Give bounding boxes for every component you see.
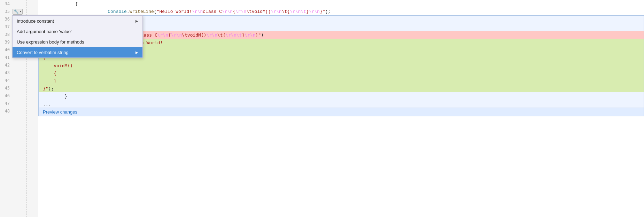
code-console-35: Console	[108, 9, 127, 14]
code-str2-35: class C	[203, 9, 222, 14]
code-str1-35: "Hello World!	[157, 9, 192, 14]
line-num-46: 46	[0, 93, 12, 98]
code-esc4-35: \r\n	[271, 9, 281, 14]
code-line-35: Console.WriteLine("Hello World!\r\nclass…	[38, 8, 644, 15]
line-num-41: 41	[0, 55, 12, 60]
menu-item-add-argument-name-label: Add argument name 'value'	[17, 29, 71, 34]
line-row-47: 47	[0, 100, 38, 107]
preview-changes-bar[interactable]: Preview changes	[39, 108, 644, 116]
line-gutter: 34 35 🔧 ▾ 36 37 38 39 40 41 42 43 44 45 …	[0, 0, 38, 217]
code-esc2-35: \r\n	[222, 9, 233, 14]
diff-context-close-brace: }	[39, 92, 644, 100]
submenu-arrow-introduce-constant: ▶	[135, 19, 138, 23]
line-num-44: 44	[0, 78, 12, 83]
submenu-arrow-convert-verbatim: ▶	[135, 51, 138, 54]
diff-line-added-inner-close: }	[39, 77, 644, 85]
line-row-34: 34	[0, 0, 38, 8]
code-esc5-35: \r\n\t	[290, 9, 306, 14]
line-num-35: 35	[0, 9, 12, 14]
diff-close-brace: }	[43, 94, 67, 99]
line-num-45: 45	[0, 86, 12, 91]
code-esc6-35: \r\n	[309, 9, 320, 14]
lightbulb-button[interactable]: 🔧 ▾	[13, 9, 23, 15]
preview-changes-label: Preview changes	[43, 109, 77, 115]
line-num-40: 40	[0, 47, 12, 52]
diff-inner-close-content: }	[43, 78, 56, 84]
code-str3-35: {	[233, 9, 235, 14]
line-row-44: 44	[0, 77, 38, 84]
diff-ellipsis-after: ...	[43, 101, 51, 107]
diff-inner-brace-content: {	[43, 71, 56, 76]
menu-item-use-expression-body[interactable]: Use expression body for methods	[13, 37, 142, 47]
menu-item-convert-to-verbatim[interactable]: Convert to verbatim string ▶	[13, 47, 142, 57]
line-num-39: 39	[0, 40, 12, 45]
code-dot-35: .	[127, 9, 130, 14]
diff-line-added-inner-brace: {	[39, 69, 644, 77]
code-esc3-35: \r\n	[235, 9, 246, 14]
line-num-36: 36	[0, 17, 12, 22]
menu-item-convert-to-verbatim-label: Convert to verbatim string	[17, 50, 69, 55]
code-str6-35: }	[306, 9, 309, 14]
code-close-35: );	[325, 9, 331, 14]
editor-container: 34 35 🔧 ▾ 36 37 38 39 40 41 42 43 44 45 …	[0, 0, 644, 217]
line-num-48: 48	[0, 109, 12, 114]
line-row-42: 42	[0, 61, 38, 69]
menu-item-add-argument-name[interactable]: Add argument name 'value'	[13, 26, 142, 37]
line-row-45: 45	[0, 84, 38, 92]
diff-close-content: }"	[43, 86, 48, 91]
line-num-47: 47	[0, 101, 12, 106]
line-row-46: 46	[0, 92, 38, 100]
menu-item-introduce-constant-label: Introduce constant	[17, 18, 54, 24]
line-row-43: 43	[0, 69, 38, 77]
code-str4-35: \tvoidM()	[246, 9, 271, 14]
screwdriver-icon: 🔧	[14, 9, 19, 14]
diff-context-after: ...	[39, 100, 644, 108]
line-row-48: 48	[0, 107, 38, 115]
line-num-38: 38	[0, 32, 12, 37]
line-row-35: 35 🔧 ▾	[0, 8, 38, 15]
line-num-37: 37	[0, 24, 12, 29]
diff-line-added-close: }");	[39, 85, 644, 92]
code-writeline-35: WriteLine	[130, 9, 154, 14]
code-indent-35	[64, 9, 108, 14]
code-esc1-35: \r\n	[192, 9, 203, 14]
menu-item-use-expression-body-label: Use expression body for methods	[17, 39, 84, 45]
context-menu: Introduce constant ▶ Add argument name '…	[12, 15, 143, 58]
menu-item-introduce-constant[interactable]: Introduce constant ▶	[13, 16, 142, 26]
line-num-43: 43	[0, 70, 12, 75]
chevron-down-icon: ▾	[20, 10, 21, 14]
line-num-42: 42	[0, 63, 12, 68]
diff-voidm-content: voidM()	[43, 63, 73, 68]
diff-line-added-voidm: voidM()	[39, 62, 644, 69]
code-paren-35: (	[154, 9, 157, 14]
line-num-34: 34	[0, 1, 12, 6]
code-str7-35: }"	[320, 9, 325, 14]
code-str5-35: \t{	[282, 9, 290, 14]
